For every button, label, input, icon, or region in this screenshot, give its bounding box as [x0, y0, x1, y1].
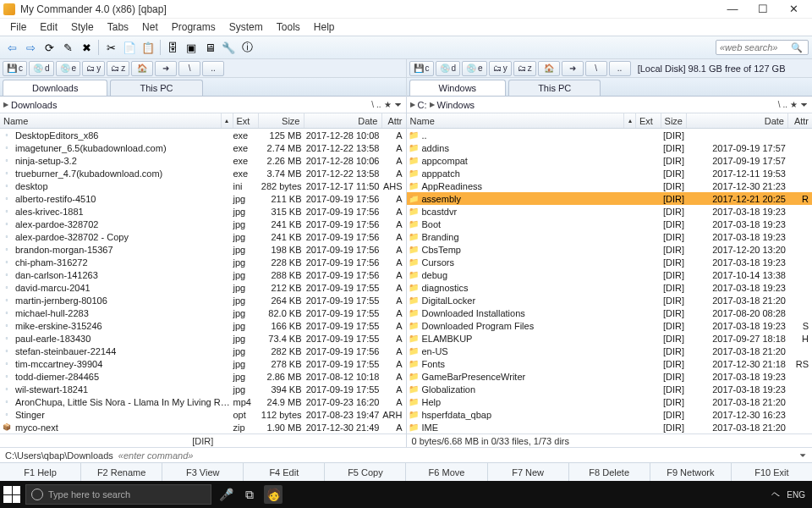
table-row[interactable]: 📁en-US[DIR]2017-03-18 21:20 [407, 345, 813, 357]
command-input[interactable] [118, 450, 794, 461]
table-row[interactable]: ▫desktopini282 bytes2017-12-17 11:50AHS [0, 179, 406, 192]
tray-lang[interactable]: ENG [787, 490, 805, 500]
drive-z[interactable]: 🗂z [513, 61, 536, 76]
menu-edit[interactable]: Edit [33, 19, 64, 35]
col-size[interactable]: Size [661, 113, 687, 128]
fkey-f5[interactable]: F5 Copy [325, 463, 406, 481]
taskbar-search[interactable]: Type here to search [25, 484, 211, 505]
table-row[interactable]: 📁DigitalLocker[DIR]2017-03-18 21:20 [407, 294, 813, 306]
menu-programs[interactable]: Programs [165, 19, 222, 35]
table-row[interactable]: 📁diagnostics[DIR]2017-03-18 19:23 [407, 281, 813, 294]
tab-downloads[interactable]: Downloads [3, 80, 107, 96]
table-row[interactable]: ▫alberto-restifo-4510jpg211 KB2017-09-19… [0, 192, 406, 205]
table-row[interactable]: ▫david-marcu-2041jpg212 KB2017-09-19 17:… [0, 281, 406, 294]
col-date[interactable]: Date [304, 113, 382, 128]
table-row[interactable]: 📁CbsTemp[DIR]2017-12-20 13:20 [407, 243, 813, 256]
table-row[interactable]: ▫ales-krivec-1881jpg315 KB2017-09-19 17:… [0, 205, 406, 218]
table-row[interactable]: ▫chi-pham-316272jpg228 KB2017-09-19 17:5… [0, 256, 406, 268]
table-row[interactable]: ▫Stingeropt112 bytes2017-08-23 19:47ARH [0, 408, 406, 421]
cut-icon[interactable]: ✂ [102, 39, 119, 56]
delete-icon[interactable]: ✖ [78, 39, 95, 56]
crumb-arrow-icon[interactable]: ▶ [3, 101, 8, 108]
crumb-arrow-icon[interactable]: ▶ [430, 101, 435, 108]
col-ext[interactable]: Ext [233, 113, 259, 128]
tray-chevron-icon[interactable]: ヘ [771, 489, 780, 500]
table-row[interactable]: 📁..[DIR] [407, 129, 813, 141]
tools-icon[interactable]: 🔧 [220, 39, 237, 56]
drive-up[interactable]: .. [609, 61, 631, 76]
path-root-icon[interactable]: \ [778, 100, 781, 109]
menu-style[interactable]: Style [64, 19, 101, 35]
right-rows[interactable]: 📁..[DIR]📁addins[DIR]2017-09-19 17:57📁app… [407, 129, 813, 433]
table-row[interactable]: 📁appcompat[DIR]2017-09-19 17:57 [407, 154, 813, 167]
table-row[interactable]: 📁assembly[DIR]2017-12-21 20:25R [407, 192, 813, 205]
table-row[interactable]: ▫todd-diemer-284465jpg2.86 MB2017-08-12 … [0, 370, 406, 383]
col-date[interactable]: Date [687, 113, 788, 128]
table-row[interactable]: 📁Boot[DIR]2017-03-18 19:23 [407, 218, 813, 230]
taskbar-app-icon[interactable]: 🧑 [264, 485, 283, 504]
table-row[interactable]: ▫wil-stewart-18241jpg394 KB2017-09-19 17… [0, 383, 406, 395]
table-row[interactable]: ▫tim-mccartney-39904jpg278 KB2017-09-19 … [0, 357, 406, 370]
crumb-arrow-icon[interactable]: ▶ [410, 101, 415, 108]
web-search-input[interactable] [716, 42, 791, 52]
close-button[interactable]: ✕ [778, 1, 809, 18]
drive-e[interactable]: 💿e [462, 61, 487, 76]
table-row[interactable]: 📁ELAMBKUP[DIR]2017-09-27 18:18H [407, 332, 813, 345]
drive-up[interactable]: .. [202, 61, 224, 76]
right-path-c[interactable]: C: [418, 100, 427, 110]
right-pathbar[interactable]: ▶ C: ▶ Windows \ .. ★ ⏷ [407, 97, 813, 113]
col-size[interactable]: Size [259, 113, 304, 128]
col-sort-icon[interactable]: ▴ [624, 113, 636, 128]
search-icon[interactable]: 🔍 [791, 42, 805, 53]
table-row[interactable]: ▫mike-erskine-315246jpg166 KB2017-09-19 … [0, 319, 406, 332]
fkey-f6[interactable]: F6 Move [406, 463, 487, 481]
fkey-f3[interactable]: F3 View [162, 463, 244, 481]
col-name[interactable]: Name [0, 113, 222, 128]
left-rows[interactable]: ▫DesktopEditors_x86exe125 MB2017-12-28 1… [0, 129, 406, 433]
nav-back-icon[interactable]: ⇦ [3, 39, 20, 56]
fkey-f2[interactable]: F2 Rename [81, 463, 162, 481]
path-fav-icon[interactable]: ★ [384, 100, 392, 109]
drive-z[interactable]: 🗂z [107, 61, 129, 76]
table-row[interactable]: 📁GameBarPresenceWriter[DIR]2017-03-18 19… [407, 370, 813, 383]
table-row[interactable]: 📁AppReadiness[DIR]2017-12-30 21:23 [407, 179, 813, 192]
path-hist-icon[interactable]: ⏷ [800, 100, 809, 109]
web-search-box[interactable]: 🔍 [716, 40, 809, 55]
drive-y[interactable]: 🗂y [82, 61, 105, 76]
drive-c[interactable]: 💾c [3, 61, 27, 76]
copy-icon[interactable]: 📄 [121, 39, 138, 56]
start-button[interactable] [3, 486, 20, 503]
menu-help[interactable]: Help [307, 19, 342, 35]
table-row[interactable]: 📁Downloaded Installations[DIR]2017-08-20… [407, 306, 813, 319]
monitor-icon[interactable]: 🖥 [201, 39, 218, 56]
table-row[interactable]: ▫imagetuner_6.5(kubadownload.com)exe2.74… [0, 141, 406, 154]
fkey-f9[interactable]: F9 Network [650, 463, 732, 481]
tab-this-pc[interactable]: This PC [110, 80, 202, 96]
path-root-icon[interactable]: \ [371, 100, 374, 109]
paste-icon[interactable]: 📋 [140, 39, 156, 56]
table-row[interactable]: 📁debug[DIR]2017-10-14 13:38 [407, 268, 813, 281]
col-attr[interactable]: Attr [788, 113, 812, 128]
refresh-icon[interactable]: ⟳ [41, 39, 58, 56]
drive-d[interactable]: 💿d [29, 61, 54, 76]
drive-e[interactable]: 💿e [56, 61, 81, 76]
table-row[interactable]: 📁apppatch[DIR]2017-12-11 19:53 [407, 167, 813, 179]
drive-fav[interactable]: ➜ [562, 61, 584, 76]
table-row[interactable]: ▫DesktopEditors_x86exe125 MB2017-12-28 1… [0, 129, 406, 141]
terminal-icon[interactable]: ▣ [183, 39, 200, 56]
drive-root[interactable]: \ [178, 61, 200, 76]
archive-icon[interactable]: 🗄 [164, 39, 181, 56]
fkey-f8[interactable]: F8 Delete [569, 463, 650, 481]
path-hist-icon[interactable]: ⏷ [394, 100, 403, 109]
table-row[interactable]: ▫paul-earle-183430jpg73.4 KB2017-09-19 1… [0, 332, 406, 345]
table-row[interactable]: 📁addins[DIR]2017-09-19 17:57 [407, 141, 813, 154]
info-icon[interactable]: ⓘ [239, 39, 255, 56]
drive-y[interactable]: 🗂y [489, 61, 512, 76]
table-row[interactable]: 📦myco-nextzip1.90 MB2017-12-30 21:49A [0, 421, 406, 433]
drive-home[interactable]: 🏠 [131, 61, 153, 76]
table-row[interactable]: 📁IME[DIR]2017-03-18 21:20 [407, 421, 813, 433]
table-row[interactable]: ▫martin-jernberg-80106jpg264 KB2017-09-1… [0, 294, 406, 306]
table-row[interactable]: ▫alex-pardoe-328702jpg241 KB2017-09-19 1… [0, 218, 406, 230]
table-row[interactable]: ▫ninja-setup-3.2exe2.26 MB2017-12-28 10:… [0, 154, 406, 167]
path-up-icon[interactable]: .. [782, 100, 787, 109]
